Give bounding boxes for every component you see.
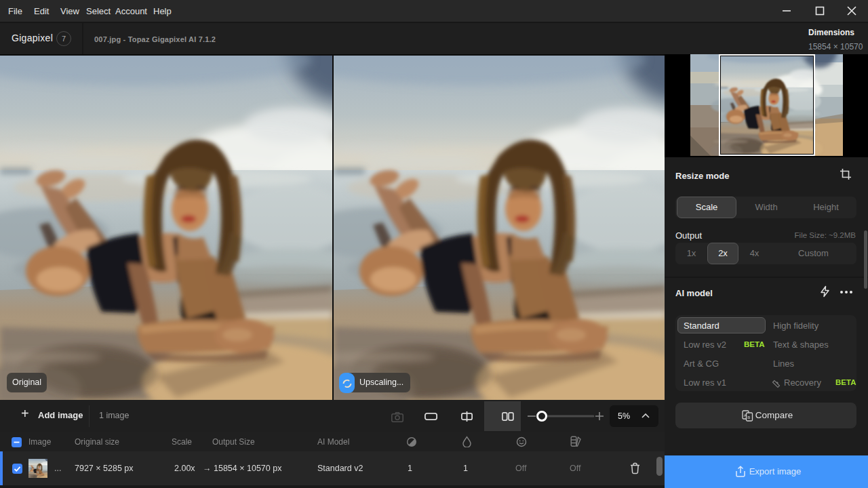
svg-text:B: B — [747, 415, 750, 420]
svg-text:A: A — [744, 413, 747, 418]
